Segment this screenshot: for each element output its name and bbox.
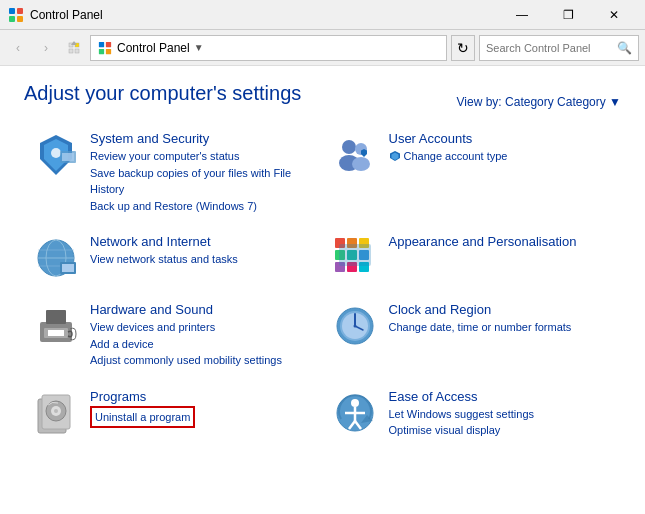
category-programs: Programs Uninstall a program [24,379,323,449]
main-content: Adjust your computer's settings View by:… [0,66,645,465]
svg-rect-1 [17,8,23,14]
category-network: Network and Internet View network status… [24,224,323,292]
refresh-button[interactable]: ↻ [451,35,475,61]
address-dropdown-icon[interactable]: ▼ [194,42,204,53]
category-hardware: Hardware and Sound View devices and prin… [24,292,323,379]
category-clock: Clock and Region Change date, time or nu… [323,292,622,379]
svg-point-51 [353,325,356,328]
addressbar: ‹ › Control Panel ▼ ↻ 🔍 [0,30,645,66]
hardware-link-3[interactable]: Adjust commonly used mobility settings [90,352,282,369]
appearance-title[interactable]: Appearance and Personalisation [389,234,577,249]
ease-title[interactable]: Ease of Access [389,389,535,404]
svg-rect-0 [9,8,15,14]
clock-content: Clock and Region Change date, time or nu… [389,302,572,336]
programs-content: Programs Uninstall a program [90,389,195,429]
svg-rect-44 [46,310,66,324]
programs-title[interactable]: Programs [90,389,195,404]
svg-point-21 [352,157,370,171]
ease-content: Ease of Access Let Windows suggest setti… [389,389,535,439]
ease-link-1[interactable]: Let Windows suggest settings [389,406,535,423]
programs-link-1[interactable]: Uninstall a program [90,406,195,429]
system-link-3[interactable]: Back up and Restore (Windows 7) [90,198,315,215]
category-system: System and Security Review your computer… [24,121,323,224]
svg-rect-3 [17,16,23,22]
uac-shield-icon [389,150,401,162]
titlebar: Control Panel — ❐ ✕ [0,0,645,30]
svg-point-18 [342,140,356,154]
ease-link-2[interactable]: Optimise visual display [389,422,535,439]
hardware-link-2[interactable]: Add a device [90,336,282,353]
close-button[interactable]: ✕ [591,0,637,30]
svg-point-58 [351,399,359,407]
svg-rect-10 [106,41,111,46]
network-content: Network and Internet View network status… [90,234,238,268]
network-icon [32,234,80,282]
hardware-link-1[interactable]: View devices and printers [90,319,282,336]
system-icon [32,131,80,179]
titlebar-icon [8,7,24,23]
appearance-content: Appearance and Personalisation [389,234,577,251]
user-icon [331,131,379,179]
forward-button[interactable]: › [34,36,58,60]
svg-rect-12 [106,48,111,53]
up-icon [67,41,81,55]
svg-point-56 [54,409,58,413]
view-by-value[interactable]: Category [505,95,554,109]
hardware-icon [32,302,80,350]
maximize-button[interactable]: ❐ [545,0,591,30]
category-user: User Accounts Change account type [323,121,622,224]
search-box[interactable]: 🔍 [479,35,639,61]
address-bar[interactable]: Control Panel ▼ [90,35,447,61]
svg-rect-41 [339,244,371,266]
category-ease: Ease of Access Let Windows suggest setti… [323,379,622,449]
back-button[interactable]: ‹ [6,36,30,60]
system-link-2[interactable]: Save backup copies of your files with Fi… [90,165,315,198]
categories-grid: System and Security Review your computer… [24,121,621,449]
programs-icon [32,389,80,437]
hardware-title[interactable]: Hardware and Sound [90,302,282,317]
clock-icon [331,302,379,350]
window-title: Control Panel [30,8,499,22]
ease-icon [331,389,379,437]
system-link-1[interactable]: Review your computer's status [90,148,315,165]
hardware-content: Hardware and Sound View devices and prin… [90,302,282,369]
svg-rect-45 [48,330,64,336]
up-button[interactable] [62,36,86,60]
svg-point-15 [51,148,61,158]
user-title[interactable]: User Accounts [389,131,508,146]
search-input[interactable] [486,42,606,54]
category-dropdown[interactable]: Category ▼ [557,95,621,109]
window-controls: — ❐ ✕ [499,0,637,30]
category-appearance: Appearance and Personalisation [323,224,622,292]
address-icon [97,40,113,56]
clock-title[interactable]: Clock and Region [389,302,572,317]
view-by-label: View by: [457,95,502,109]
view-by: View by: Category Category ▼ [457,95,621,109]
user-link-1[interactable]: Change account type [404,148,508,165]
appearance-icon [331,234,379,282]
svg-rect-11 [99,48,104,53]
svg-rect-9 [99,41,104,46]
svg-rect-6 [69,49,73,53]
network-link-1[interactable]: View network status and tasks [90,251,238,268]
svg-rect-17 [62,153,74,161]
search-icon[interactable]: 🔍 [617,41,632,55]
user-link-shield: Change account type [389,148,508,165]
address-text: Control Panel [117,41,190,55]
clock-link-1[interactable]: Change date, time or number formats [389,319,572,336]
svg-rect-31 [62,264,74,272]
system-content: System and Security Review your computer… [90,131,315,214]
system-title[interactable]: System and Security [90,131,315,146]
svg-rect-7 [75,49,79,53]
svg-marker-22 [361,149,367,157]
network-title[interactable]: Network and Internet [90,234,238,249]
svg-rect-2 [9,16,15,22]
minimize-button[interactable]: — [499,0,545,30]
user-content: User Accounts Change account type [389,131,508,165]
